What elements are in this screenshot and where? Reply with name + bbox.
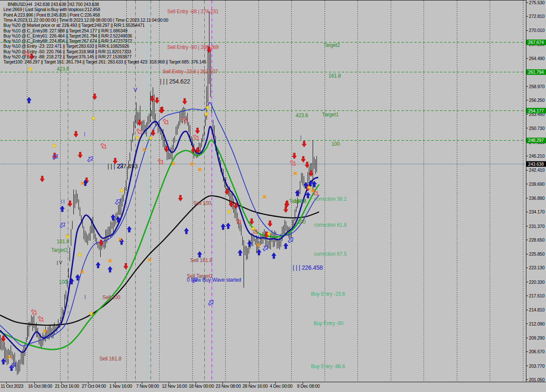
price-axis-label: 258.970	[529, 84, 545, 89]
sell-arrow-icon	[155, 98, 159, 104]
sell-arrow-icon-glyph	[74, 131, 78, 137]
time-axis-label: 1 Nov 16:00	[109, 383, 132, 389]
sell-arrow-icon	[78, 152, 82, 158]
sell-signal-hollow-arrow-icon-glyph	[30, 308, 38, 316]
sell-arrow-icon	[99, 240, 103, 246]
price-axis-label: 209.290	[529, 335, 545, 340]
star-marker-icon	[91, 116, 96, 121]
sell-arrow-icon	[183, 98, 187, 104]
price-axis-label: 201.050	[529, 377, 545, 382]
price-axis-label: 231.370	[529, 224, 545, 229]
chart-annotation-label: | |	[61, 199, 64, 204]
chart-annotation-label: |	[84, 294, 86, 299]
chart-annotation-label: 161.8	[57, 239, 70, 245]
price-axis-label: 234.170	[529, 209, 545, 214]
x-marker-icon	[109, 259, 112, 262]
buy-arrow-icon-glyph	[238, 250, 242, 256]
time-axis-label: 9 Dec 08:00	[297, 383, 320, 389]
x-marker-icon	[294, 172, 297, 175]
chart-annotation-label: | V	[57, 260, 63, 265]
chart-annotation-label: |	[84, 131, 85, 136]
price-axis-label: 214.810	[529, 307, 545, 312]
x-marker-icon	[44, 330, 46, 333]
sell-arrow-icon-glyph	[301, 156, 305, 162]
chart-annotation-label: correction 87.5	[314, 251, 347, 257]
buy-arrow-icon	[60, 206, 64, 212]
buy-arrow-icon-glyph	[127, 226, 131, 232]
sell-signal-hollow-arrow-icon	[192, 134, 200, 141]
buy-arrow-icon-glyph	[27, 97, 31, 103]
buy-arrow-icon	[238, 250, 242, 256]
sell-arrow-icon	[284, 207, 288, 213]
target-price-badge-label: 267.674	[528, 40, 544, 45]
sell-signal-hollow-arrow-icon	[162, 118, 169, 125]
info-line: Buy %20 @ Market price or at: 226.493 ||…	[3, 23, 145, 28]
x-marker-icon-glyph	[109, 259, 112, 262]
sell-arrow-icon	[292, 153, 296, 159]
price-axis-label: 250.730	[529, 126, 545, 131]
chart-annotation-label: correction 38.2	[314, 196, 347, 202]
star-marker-icon-glyph	[28, 67, 32, 71]
sell-arrow-icon-glyph	[78, 152, 82, 158]
sell-signal-hollow-arrow-icon-glyph	[289, 159, 296, 167]
price-axis-label: 270.010	[529, 28, 545, 33]
target-price-badge-label: 261.794	[528, 69, 544, 75]
time-axis-label: 4 Dec 00:00	[270, 383, 293, 389]
star-marker-icon-glyph	[78, 253, 82, 257]
price-axis-label: 217.610	[529, 293, 545, 298]
price-chart[interactable]: BNBUSD,H4 242.838 243.638 242.700 243.63…	[0, 0, 546, 392]
x-marker-icon-glyph	[44, 330, 46, 333]
sell-arrow-icon	[268, 221, 272, 227]
buy-arrow-icon	[27, 97, 31, 103]
buy-arrow-icon	[272, 253, 276, 259]
time-axis-label: 12 Nov 16:00	[162, 383, 187, 389]
buy-signal-hollow-arrow-icon-glyph	[207, 299, 215, 306]
price-axis-label: 264.490	[529, 56, 545, 61]
sell-arrow-icon	[40, 176, 44, 182]
chart-annotation-label: | | | 226.458	[293, 264, 323, 271]
price-axis-label: 212.090	[529, 321, 545, 326]
sell-arrow-icon-glyph	[155, 98, 159, 104]
sell-arrow-icon	[137, 120, 142, 126]
chart-annotation-label: Target1	[322, 112, 339, 118]
buy-arrow-icon	[247, 241, 252, 247]
chart-annotation-label: Target2	[323, 42, 340, 48]
buy-arrow-icon	[184, 228, 189, 234]
buy-arrow-icon	[127, 226, 131, 232]
x-marker-icon-glyph	[198, 168, 201, 171]
buy-arrow-icon-glyph	[197, 251, 202, 257]
sell-signal-hollow-arrow-icon-glyph	[192, 134, 200, 141]
sell-signal-hollow-arrow-icon-glyph	[162, 118, 169, 125]
price-axis-label: 236.890	[529, 196, 545, 201]
price-axis-label: 256.250	[529, 98, 545, 103]
x-marker-icon	[263, 196, 266, 199]
sell-signal-hollow-arrow-icon	[30, 308, 38, 316]
chart-annotation-label: Sell Entry -23.6 | 262.507	[163, 69, 218, 75]
time-axis-label: 28 Nov 16:00	[243, 383, 268, 389]
star-marker-icon	[52, 144, 56, 148]
sell-signal-hollow-arrow-icon	[289, 159, 296, 167]
buy-arrow-icon-glyph	[257, 249, 261, 255]
star-marker-icon-glyph	[65, 234, 70, 239]
sell-arrow-icon-glyph	[284, 207, 288, 213]
chart-annotation-label: 100	[297, 219, 306, 225]
price-axis-label: 272.810	[529, 14, 545, 19]
star-marker-icon-glyph	[227, 210, 231, 214]
sell-arrow-icon-glyph	[99, 240, 103, 246]
sell-signal-hollow-arrow-icon-glyph	[100, 142, 107, 150]
buy-arrow-icon	[284, 243, 288, 249]
sell-signal-hollow-arrow-icon	[100, 142, 107, 150]
time-axis-label: 27 Oct 04:00	[82, 383, 106, 389]
x-marker-icon	[172, 162, 175, 165]
x-marker-icon	[198, 168, 201, 171]
sell-arrow-icon-glyph	[68, 201, 72, 207]
sell-signal-hollow-arrow-icon-glyph	[37, 315, 44, 323]
chart-annotation-label: Sell Entry -88 | 274.231	[167, 9, 219, 14]
sell-arrow-icon	[301, 156, 305, 162]
chart-annotation-label: 423.6	[296, 112, 308, 118]
buy-arrow-icon-glyph	[108, 266, 112, 272]
sell-arrow-icon-glyph	[40, 176, 44, 182]
current-price-badge-label: 243.638	[528, 161, 544, 167]
chart-annotation-label: 161.8	[328, 73, 341, 79]
chart-annotation-label: Buy Entry -88.6	[311, 363, 345, 369]
